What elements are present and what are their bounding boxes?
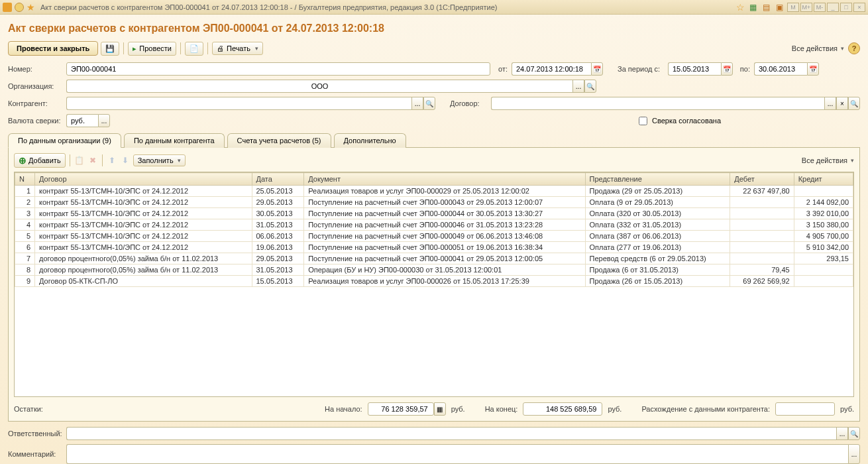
move-down-icon[interactable]: ⬇ — [120, 155, 131, 166]
cell-date: 31.05.2013 — [252, 219, 304, 231]
table-row[interactable]: 6контракт 55-13/ТСМН-10/ЭПС от 24.12.201… — [15, 242, 853, 253]
cell-contract: контракт 55-13/ТСМН-10/ЭПС от 24.12.2012 — [35, 208, 252, 219]
mem-mminus-button[interactable]: M- — [814, 3, 826, 12]
calendar-icon[interactable]: ▣ — [774, 2, 785, 13]
main-toolbar: Провести и закрыть 💾 ▸Провести 📄 🖨Печать… — [8, 41, 860, 56]
column-header[interactable]: Дебет — [730, 173, 794, 186]
tab[interactable]: По данным организации (9) — [8, 133, 121, 148]
search-icon[interactable]: 🔍 — [848, 427, 860, 440]
row-currency: Валюта сверки: ... Сверка согласована — [8, 114, 860, 127]
cell-date: 06.06.2013 — [252, 231, 304, 242]
nav-down-icon[interactable] — [15, 3, 24, 12]
cell-credit — [794, 264, 853, 276]
column-header[interactable]: Дата — [252, 173, 304, 186]
contract-input[interactable] — [491, 97, 824, 110]
maximize-button[interactable]: □ — [840, 3, 852, 12]
star-icon[interactable]: ★ — [27, 2, 35, 13]
counterparty-input[interactable] — [66, 97, 411, 110]
add-icon: ⊕ — [19, 155, 27, 166]
select-icon[interactable]: ... — [848, 444, 860, 464]
content-area: Акт сверки расчетов с контрагентом ЭП00-… — [0, 15, 868, 464]
comment-input[interactable] — [66, 444, 848, 464]
responsible-input[interactable] — [66, 427, 836, 440]
window-controls: M M+ M- _ □ × — [787, 3, 865, 12]
minimize-button[interactable]: _ — [827, 3, 839, 12]
table-row[interactable]: 7договор процентного(0,05%) займа б/н от… — [15, 253, 853, 264]
responsible-label: Ответственный: — [8, 430, 62, 437]
select-icon[interactable]: ... — [98, 114, 110, 127]
cell-repr: Продажа (26 от 15.05.2013) — [585, 276, 730, 287]
cell-n: 2 — [15, 197, 35, 208]
column-header[interactable]: N — [15, 173, 35, 186]
cell-repr: Продажа (29 от 25.05.2013) — [585, 186, 730, 197]
agreed-checkbox[interactable] — [639, 117, 647, 125]
calendar-icon[interactable]: 📅 — [807, 62, 819, 76]
contract-label: Договор: — [450, 99, 487, 107]
rub-label: руб. — [451, 405, 465, 413]
select-icon[interactable]: ... — [824, 97, 836, 110]
column-header[interactable]: Документ — [304, 173, 585, 186]
favorite-icon[interactable]: ☆ — [736, 2, 745, 13]
table-row[interactable]: 2контракт 55-13/ТСМН-10/ЭПС от 24.12.201… — [15, 197, 853, 208]
tab[interactable]: По данным контрагента — [124, 133, 225, 148]
tab-content: ⊕Добавить 📋 ✖ ⬆ ⬇ Заполнить Все действия… — [8, 148, 860, 422]
mem-mplus-button[interactable]: M+ — [800, 3, 812, 12]
calc-icon[interactable]: ▤ — [761, 2, 771, 13]
period-from-input[interactable] — [668, 62, 721, 76]
print-button[interactable]: 🖨Печать — [212, 42, 263, 55]
calc-icon[interactable]: ▦ — [434, 402, 446, 416]
calendar-icon[interactable]: 📅 — [591, 62, 603, 76]
end-label: На конец: — [485, 405, 518, 413]
cell-repr: Оплата (277 от 19.06.2013) — [585, 242, 730, 253]
help-button[interactable]: ? — [848, 42, 860, 54]
search-icon[interactable]: 🔍 — [848, 97, 860, 110]
table-row[interactable]: 1контракт 55-13/ТСМН-10/ЭПС от 24.12.201… — [15, 186, 853, 197]
column-header[interactable]: Кредит — [794, 173, 853, 186]
search-icon[interactable]: 🔍 — [584, 80, 596, 93]
close-button[interactable]: × — [853, 3, 865, 12]
cell-repr: Оплата (387 от 06.06.2013) — [585, 231, 730, 242]
fill-button[interactable]: Заполнить — [133, 154, 186, 166]
separator — [123, 42, 124, 54]
calendar-icon[interactable]: 📅 — [721, 62, 733, 76]
copy-icon[interactable]: 📋 — [74, 155, 85, 166]
grid-icon[interactable]: ▦ — [747, 2, 758, 13]
column-header[interactable]: Договор — [35, 173, 252, 186]
currency-input[interactable] — [66, 114, 98, 127]
post-button[interactable]: ▸Провести — [128, 42, 176, 56]
report-button[interactable]: 📄 — [185, 42, 203, 56]
tab[interactable]: Счета учета расчетов (5) — [227, 133, 331, 148]
select-icon[interactable]: ... — [836, 427, 848, 440]
select-icon[interactable]: ... — [411, 97, 423, 110]
table-row[interactable]: 8договор процентного(0,05%) займа б/н от… — [15, 264, 853, 276]
save-button[interactable]: 💾 — [101, 42, 119, 56]
search-icon[interactable]: 🔍 — [423, 97, 435, 110]
tab[interactable]: Дополнительно — [334, 133, 406, 148]
org-input[interactable] — [66, 80, 572, 93]
cell-doc: Поступление на расчетный счет ЭП00-00004… — [304, 231, 585, 242]
cell-credit — [794, 186, 853, 197]
table-row[interactable]: 9Договор 05-КТК-СП-ЛО15.05.2013Реализаци… — [15, 276, 853, 287]
table-row[interactable]: 5контракт 55-13/ТСМН-10/ЭПС от 24.12.201… — [15, 231, 853, 242]
all-actions-button[interactable]: Все действия — [792, 44, 844, 52]
data-table-wrap[interactable]: NДоговорДатаДокументПредставлениеДебетКр… — [14, 172, 854, 397]
cell-doc: Поступление на расчетный счет ЭП00-00004… — [304, 219, 585, 231]
add-button[interactable]: ⊕Добавить — [14, 153, 66, 168]
date-from-input[interactable] — [512, 62, 591, 76]
table-row[interactable]: 4контракт 55-13/ТСМН-10/ЭПС от 24.12.201… — [15, 219, 853, 231]
mem-m-button[interactable]: M — [787, 3, 799, 12]
select-icon[interactable]: ... — [572, 80, 584, 93]
data-table: NДоговорДатаДокументПредставлениеДебетКр… — [15, 172, 853, 287]
table-row[interactable]: 3контракт 55-13/ТСМН-10/ЭПС от 24.12.201… — [15, 208, 853, 219]
delete-icon[interactable]: ✖ — [87, 155, 98, 166]
cell-date: 29.05.2013 — [252, 253, 304, 264]
cell-n: 3 — [15, 208, 35, 219]
period-to-input[interactable] — [754, 62, 807, 76]
column-header[interactable]: Представление — [585, 173, 730, 186]
number-input[interactable] — [66, 62, 490, 76]
move-up-icon[interactable]: ⬆ — [107, 155, 117, 166]
table-all-actions-button[interactable]: Все действия — [802, 156, 854, 164]
cell-doc: Поступление на расчетный счет ЭП00-00005… — [304, 242, 585, 253]
clear-icon[interactable]: × — [836, 97, 848, 110]
post-and-close-button[interactable]: Провести и закрыть — [8, 41, 98, 56]
